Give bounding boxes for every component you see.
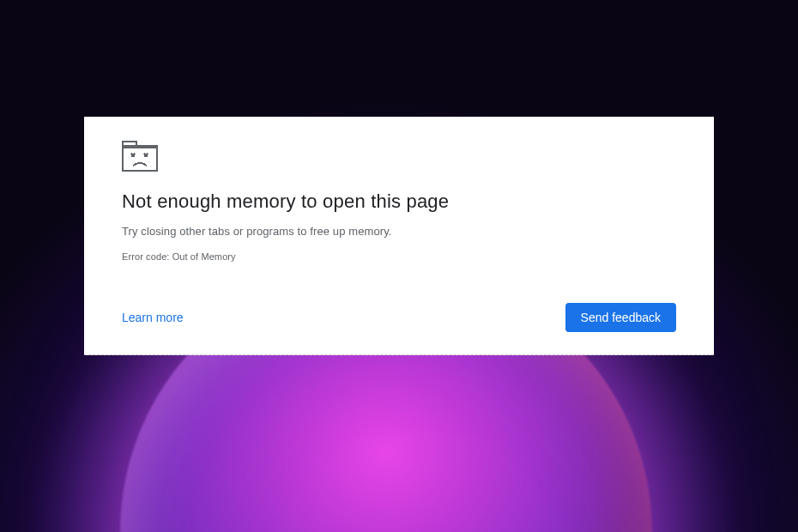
error-subtitle: Try closing other tabs or programs to fr… xyxy=(122,225,676,238)
send-feedback-button[interactable]: Send feedback xyxy=(565,303,676,332)
error-card: Not enough memory to open this page Try … xyxy=(84,117,714,355)
learn-more-link[interactable]: Learn more xyxy=(122,311,184,324)
svg-rect-2 xyxy=(123,146,157,148)
dead-folder-icon xyxy=(122,141,676,175)
svg-rect-0 xyxy=(123,146,157,171)
error-code: Error code: Out of Memory xyxy=(122,251,676,262)
svg-rect-1 xyxy=(123,142,136,146)
error-card-content: Not enough memory to open this page Try … xyxy=(122,141,676,332)
error-card-footer: Learn more Send feedback xyxy=(122,303,676,332)
error-title: Not enough memory to open this page xyxy=(122,190,676,213)
